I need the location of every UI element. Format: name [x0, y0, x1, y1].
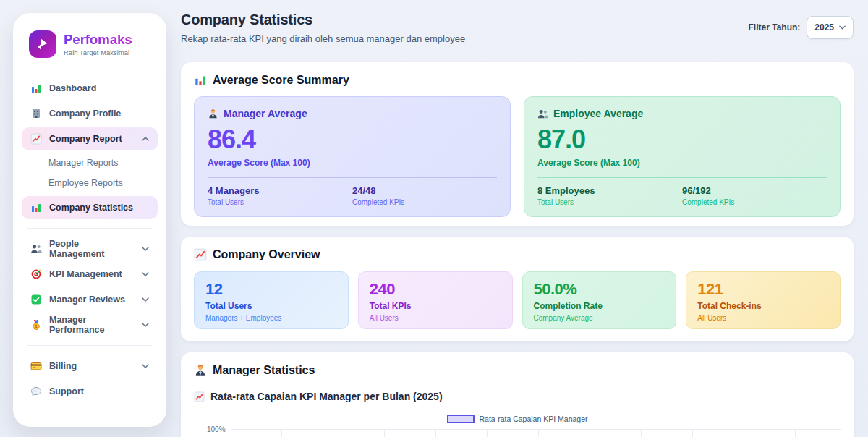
chevron-up-icon	[142, 137, 149, 141]
legend-label: Rata-rata Capaian KPI Manager	[480, 415, 588, 423]
manager-score-caption: Average Score (Max 100)	[208, 158, 497, 168]
sidebar-item-label: Support	[49, 386, 84, 396]
brand: Perfomaks Raih Target Maksimal	[22, 30, 158, 58]
employee-total-users-stat: 8 Employees Total Users	[537, 185, 682, 206]
check-icon	[30, 294, 42, 305]
chart-up-icon	[30, 133, 42, 145]
chevron-down-icon	[839, 25, 846, 30]
y-axis-tick: 100%	[207, 426, 226, 433]
sidebar-divider	[27, 345, 152, 346]
sidebar-item-people-management[interactable]: People Management	[22, 237, 158, 260]
sidebar-item-label: KPI Management	[49, 269, 122, 279]
sidebar-item-company-profile[interactable]: Company Profile	[22, 102, 158, 125]
completion-rate-stat-card: 50.0% Completion Rate Company Average	[522, 271, 677, 329]
sidebar-item-label: Company Profile	[49, 109, 121, 119]
target-icon	[30, 268, 42, 280]
people-icon	[537, 109, 548, 119]
divider	[208, 177, 497, 178]
sidebar-item-manager-performance[interactable]: 1 Manager Performance	[22, 313, 158, 336]
brand-name: Perfomaks	[64, 32, 132, 48]
year-select[interactable]: 2025	[807, 16, 854, 39]
legend-swatch[interactable]	[447, 415, 475, 423]
manager-statistics-heading: Manager Statistics	[194, 364, 841, 377]
chart-axis-area: 100%	[194, 429, 841, 437]
manager-average-title: Manager Average	[208, 108, 497, 119]
chart-gridlines	[231, 429, 841, 437]
manager-average-card: Manager Average 86.4 Average Score (Max …	[194, 96, 511, 217]
medal-icon: 1	[30, 319, 42, 331]
building-icon	[30, 108, 42, 119]
manager-statistics-card: Manager Statistics Rata-rata Capaian KPI…	[181, 352, 854, 437]
company-overview-card: Company Overview 12 Total Users Managers…	[181, 237, 854, 341]
divider	[537, 177, 827, 178]
sidebar: Perfomaks Raih Target Maksimal Dashboard…	[13, 13, 166, 427]
chevron-down-icon	[142, 297, 149, 302]
sidebar-item-company-report[interactable]: Company Report	[22, 127, 158, 150]
chevron-down-icon	[142, 364, 149, 368]
manager-total-users-stat: 4 Managers Total Users	[208, 185, 352, 206]
employee-average-title: Employee Average	[537, 108, 827, 119]
total-checkins-stat-card: 121 Total Check-ins All Users	[686, 271, 841, 329]
manager-kpi-chart-title: Rata-rata Capaian KPI Manager per Bulan …	[194, 391, 841, 402]
brand-tagline: Raih Target Maksimal	[64, 48, 132, 56]
sidebar-item-label: Billing	[49, 361, 77, 371]
filter-label: Filter Tahun:	[749, 22, 801, 33]
sidebar-item-label: Manager Performance	[49, 315, 135, 335]
sidebar-item-label: People Management	[49, 239, 135, 259]
person-tie-icon	[208, 109, 218, 119]
manager-average-score: 86.4	[208, 124, 497, 155]
person-tie-icon	[194, 364, 207, 377]
sidebar-subitem-label: Manager Reports	[48, 158, 119, 168]
sidebar-item-manager-reports[interactable]: Manager Reports	[41, 153, 158, 173]
sidebar-subitem-label: Employee Reports	[48, 178, 123, 188]
employee-completed-kpis-stat: 96/192 Completed KPIs	[682, 185, 827, 206]
sidebar-item-manager-reviews[interactable]: Manager Reviews	[22, 288, 158, 311]
chart-up-icon	[194, 248, 207, 261]
sidebar-item-label: Company Statistics	[49, 203, 133, 213]
total-kpis-stat-card: 240 Total KPIs All Users	[358, 271, 513, 329]
page-header: Company Statistics Rekap rata-rata KPI y…	[181, 12, 465, 44]
bar-chart-icon	[30, 82, 42, 94]
chevron-down-icon	[142, 323, 149, 327]
overview-heading: Company Overview	[194, 248, 841, 261]
sidebar-item-billing[interactable]: Billing	[22, 355, 158, 378]
manager-completed-kpis-stat: 24/48 Completed KPIs	[352, 185, 497, 206]
page-subtitle: Rekap rata-rata KPI yang diraih oleh sem…	[181, 33, 465, 44]
summary-heading: Average Score Summary	[194, 74, 841, 87]
company-report-submenu: Manager Reports Employee Reports	[38, 153, 158, 193]
brand-logo-icon	[29, 30, 56, 58]
sidebar-item-employee-reports[interactable]: Employee Reports	[41, 173, 158, 193]
sidebar-item-label: Company Report	[49, 134, 122, 144]
employee-average-score: 87.0	[537, 124, 827, 155]
employee-average-card: Employee Average 87.0 Average Score (Max…	[524, 96, 841, 217]
sidebar-item-label: Manager Reviews	[49, 294, 125, 305]
average-score-summary-card: Average Score Summary Manager Average 86…	[181, 62, 854, 226]
people-icon	[30, 243, 42, 255]
sidebar-item-support[interactable]: Support	[22, 380, 158, 403]
year-filter: Filter Tahun: 2025	[749, 16, 854, 39]
chart-up-icon	[194, 391, 205, 402]
chevron-down-icon	[142, 272, 149, 276]
sidebar-divider	[27, 228, 152, 229]
bar-chart-icon	[30, 202, 42, 213]
year-select-value: 2025	[814, 22, 834, 33]
employee-score-caption: Average Score (Max 100)	[537, 158, 827, 168]
total-users-stat-card: 12 Total Users Managers + Employees	[194, 271, 349, 329]
sidebar-item-company-statistics[interactable]: Company Statistics	[22, 196, 158, 219]
page-title: Company Statistics	[181, 12, 465, 28]
credit-card-icon	[30, 360, 42, 372]
bar-chart-icon	[194, 74, 207, 87]
chevron-down-icon	[142, 247, 149, 251]
sidebar-item-dashboard[interactable]: Dashboard	[22, 77, 158, 100]
speech-bubble-icon	[30, 386, 42, 397]
sidebar-item-kpi-management[interactable]: KPI Management	[22, 263, 158, 286]
chart-legend: Rata-rata Capaian KPI Manager	[194, 415, 841, 423]
sidebar-item-label: Dashboard	[49, 83, 96, 93]
